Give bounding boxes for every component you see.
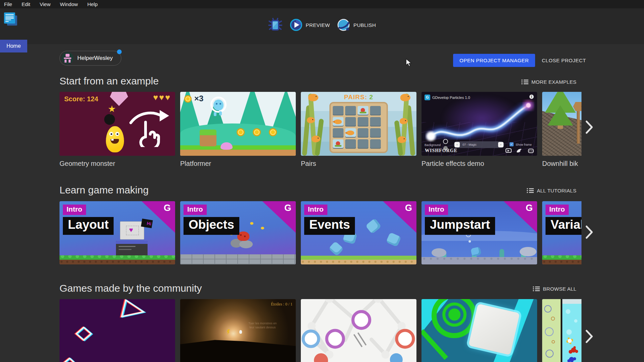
username: HelperWesley	[77, 55, 113, 62]
coin	[237, 128, 245, 136]
all-tutorials-link[interactable]: ALL TUTORIALS	[527, 188, 576, 193]
platform-block	[200, 130, 216, 146]
player-character	[210, 97, 227, 113]
tutorial-card-variables[interactable]: +1 G Intro Variab	[542, 201, 581, 264]
more-examples-link[interactable]: MORE EXAMPLES	[521, 79, 576, 85]
panel	[116, 241, 148, 257]
menu-file[interactable]: File	[4, 1, 12, 7]
list-icon	[527, 188, 534, 193]
gdevelop-logo: G	[284, 203, 291, 213]
card-label: Particle effects demo	[421, 160, 537, 168]
bomb	[104, 114, 115, 125]
section-title-community: Games made by the community	[59, 283, 202, 294]
close-project-button[interactable]: CLOSE PROJECT	[538, 54, 590, 67]
menu-view[interactable]: View	[40, 1, 50, 7]
monster	[106, 126, 124, 152]
publish-button[interactable]: PUBLISH	[337, 19, 376, 31]
example-card-geometry-monster[interactable]: Score: 124 ♥♥♥	[59, 92, 175, 170]
show-frame-label: Show frame	[516, 143, 532, 146]
community-card-4[interactable]	[421, 299, 537, 362]
intro-tag: Intro	[546, 205, 569, 215]
list-icon	[533, 286, 540, 292]
section-title-examples: Start from an example	[59, 75, 159, 87]
notification-dot	[117, 49, 122, 54]
tutorial-card-layout[interactable]: ♥ Hi G Intro Layout	[59, 201, 175, 264]
bee	[261, 227, 264, 229]
example-card-downhill[interactable]: G Downhill bik	[542, 92, 581, 170]
preview-button[interactable]: PREVIEW	[290, 19, 330, 31]
toolbar: PREVIEW PUBLISH Home	[0, 8, 644, 44]
twitter-icon	[516, 148, 522, 153]
tutorial-title: Layout	[63, 217, 114, 235]
preset-selector: ‹ › 07 - Magic	[454, 141, 504, 148]
tutorial-title: Objects	[184, 217, 239, 235]
tutorial-card-jumpstart[interactable]: G Intro Jumpstart	[421, 201, 537, 264]
examples-scroll-right-button[interactable]	[585, 120, 594, 136]
hi-sign: Hi	[141, 219, 153, 228]
mouse-cursor	[405, 59, 412, 67]
gdevelop-mini-logo: G	[425, 95, 430, 100]
coin-counter: ×3	[194, 94, 203, 103]
card-label: Pairs	[301, 160, 416, 168]
community-card-1[interactable]	[59, 299, 175, 362]
globe-icon	[337, 19, 350, 31]
score-text: Score: 124	[64, 95, 98, 103]
creature	[365, 218, 381, 234]
debug-icon[interactable]	[268, 18, 282, 32]
hearts-icons: ♥♥♥	[153, 93, 171, 102]
blue-cluster	[569, 357, 574, 362]
tab-home[interactable]: Home	[0, 40, 27, 52]
menu-help[interactable]: Help	[87, 1, 98, 7]
creature	[386, 232, 401, 247]
open-project-manager-button[interactable]: OPEN PROJECT MANAGER	[453, 54, 535, 67]
tutorial-card-objects[interactable]: G Intro Objects	[180, 201, 296, 264]
info-icon: i	[529, 95, 534, 99]
studio-logo: WISHFORGE	[425, 148, 457, 153]
coin-counter-icon	[184, 95, 192, 103]
community-scroll-right-button[interactable]	[585, 329, 594, 345]
community-card-3[interactable]	[301, 299, 416, 362]
fish-creature	[471, 247, 481, 256]
stars-counter: Étoiles : 0 / 1	[271, 302, 292, 307]
example-card-pairs[interactable]: PAIRS: 2 Pairs	[301, 92, 416, 170]
sign-post	[577, 106, 580, 144]
card-label: Downhill bik	[542, 160, 581, 168]
example-card-particle-effects[interactable]: G GDevelop Particles 1.0 i Background ‹ …	[421, 92, 537, 170]
tutorial-card-events[interactable]: G Intro Events	[301, 201, 416, 264]
editor-window: ♥	[120, 221, 144, 240]
section-title-tutorials: Learn game making	[59, 184, 149, 196]
menu-edit[interactable]: Edit	[22, 1, 30, 7]
list-icon	[521, 79, 528, 85]
bee	[250, 222, 253, 225]
player	[239, 330, 242, 334]
intro-tag: Intro	[425, 205, 448, 215]
intro-tag: Intro	[184, 205, 207, 215]
show-frame-checkbox: ✓	[510, 142, 514, 146]
menu-window[interactable]: Window	[60, 1, 78, 7]
coin	[269, 128, 277, 136]
gdevelop-logo: G	[164, 203, 171, 213]
sign-board: G	[573, 102, 581, 111]
swipe-hand-icon	[128, 107, 172, 147]
creature	[328, 241, 344, 256]
tutorial-title: Events	[304, 217, 355, 235]
hint-text: Tuer les monstres en leur sautant dessus	[241, 321, 284, 329]
tutorials-card-row: ♥ Hi G Intro Layout	[59, 201, 581, 264]
tutorials-scroll-right-button[interactable]	[585, 225, 594, 241]
card-label: Platformer	[180, 160, 296, 168]
community-card-5[interactable]	[542, 299, 581, 362]
avatar	[62, 52, 74, 64]
tutorial-title: Variab	[546, 217, 581, 235]
pentagon-shape	[110, 92, 128, 106]
intro-tag: Intro	[63, 205, 86, 215]
user-profile-chip[interactable]: HelperWesley	[59, 51, 121, 66]
menu-bar: File Edit View Window Help	[0, 0, 644, 8]
tutorial-title: Jumpstart	[425, 217, 495, 235]
coin	[253, 128, 261, 136]
intro-tag: Intro	[304, 205, 327, 215]
example-card-platformer[interactable]: ×3 Platformer	[180, 92, 296, 170]
community-card-row: Étoiles : 0 / 1 Tuer les monstres en leu…	[59, 299, 581, 362]
community-card-2[interactable]: Étoiles : 0 / 1 Tuer les monstres en leu…	[180, 299, 296, 362]
browse-all-link[interactable]: BROWSE ALL	[533, 286, 576, 292]
red-cluster	[571, 348, 576, 353]
